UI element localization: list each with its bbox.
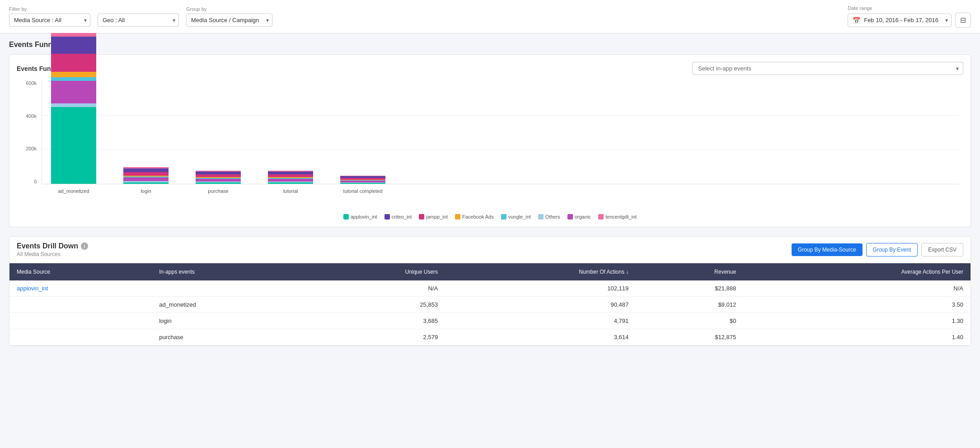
- group-by-media-button[interactable]: Group By Media-Source: [792, 243, 863, 256]
- x-label-purchase: purchase: [196, 188, 241, 194]
- cell-event-ad-monetized: ad_monetized: [152, 297, 305, 313]
- y-axis: 600k 400k 200k 0: [17, 80, 39, 184]
- segment-facebook: [51, 72, 96, 77]
- group-by-event-button[interactable]: Group By Event: [866, 243, 918, 257]
- media-source-link-applovin[interactable]: applovin_int: [17, 285, 48, 292]
- table-row: ad_monetized 25,853 90,487 $9,012 3.50: [9, 297, 971, 313]
- geo-wrapper: Geo : All: [98, 14, 179, 27]
- legend-dot-facebook: [455, 214, 460, 219]
- cell-actions-login: 4,791: [445, 313, 636, 329]
- legend-label-facebook: Facebook Ads: [462, 214, 494, 219]
- drill-down-title-text: Events Drill Down: [17, 242, 78, 250]
- bar-group-tutorial-completed: [340, 176, 385, 184]
- date-range-label: Date range: [848, 5, 971, 11]
- table-body: applovin_int N/A 102,119 $21,888 N/A ad_…: [9, 280, 971, 345]
- cell-actions-applovin: 102,119: [445, 280, 636, 297]
- event-select[interactable]: Select in-app events: [692, 62, 963, 75]
- date-range-button[interactable]: 📅 Feb 10, 2016 - Feb 17, 2016: [848, 14, 952, 27]
- seg2-applovin: [123, 182, 169, 184]
- drill-title-area: Events Drill Down i All Media Sources: [17, 242, 88, 257]
- events-funnel-chart-container: Events Funnel Select in-app events 600k …: [9, 54, 971, 227]
- drill-title-row: Events Drill Down i: [17, 242, 88, 250]
- sort-arrow: ↓: [626, 269, 628, 275]
- segment-others: [51, 103, 96, 107]
- x-label-tutorial-completed: tutorial completed: [340, 188, 385, 194]
- seg5-applovin: [340, 183, 385, 184]
- legend-dot-applovin: [343, 214, 349, 219]
- table-row: applovin_int N/A 102,119 $21,888 N/A: [9, 280, 971, 297]
- legend-label-organic: organic: [575, 214, 591, 219]
- cell-unique-login: 3,685: [305, 313, 445, 329]
- segment-organic: [51, 81, 96, 103]
- cell-avg-login: 1.30: [743, 313, 971, 329]
- group-by-label: Group by: [186, 6, 272, 12]
- event-select-wrapper: Select in-app events: [692, 62, 963, 75]
- y-label-0: 0: [34, 179, 37, 184]
- seg2-organic: [123, 177, 169, 181]
- bar-group-tutorial: [268, 171, 313, 184]
- bar-group-login: [123, 167, 169, 184]
- events-funnel-section-title: Events Funnel i: [9, 41, 971, 49]
- legend-dot-vungle: [501, 214, 506, 219]
- legend-dot-jampp: [419, 214, 424, 219]
- seg4-applovin: [268, 182, 313, 184]
- cell-revenue-applovin: $21,888: [636, 280, 743, 297]
- legend-dot-others: [538, 214, 544, 219]
- chart-header: Events Funnel Select in-app events: [17, 62, 963, 75]
- segment-vungle: [51, 77, 96, 81]
- legend-organic: organic: [567, 214, 591, 219]
- bar-group-ad-monetized: [51, 33, 96, 184]
- drill-buttons: Group By Media-Source Group By Event Exp…: [792, 243, 963, 257]
- cell-event-purchase: purchase: [152, 329, 305, 345]
- media-source-wrapper: Media Source : All: [9, 14, 90, 27]
- legend-label-tencent: tencentgdt_int: [605, 214, 637, 219]
- col-media-source: Media Source: [9, 263, 152, 280]
- table-row: purchase 2,579 3,614 $12,875 1.40: [9, 329, 971, 345]
- segment-criteo: [51, 37, 96, 54]
- stacked-bar-ad-monetized: [51, 33, 96, 184]
- export-csv-button[interactable]: Export CSV: [921, 243, 963, 257]
- cell-actions-ad-monetized: 90,487: [445, 297, 636, 313]
- col-revenue: Revenue: [636, 263, 743, 280]
- stacked-bar-tutorial-completed: [340, 176, 385, 184]
- group-by-select[interactable]: Media Source / Campaign: [186, 14, 272, 27]
- legend-applovin: applovin_int: [343, 214, 377, 219]
- cell-actions-purchase: 3,614: [445, 329, 636, 345]
- col-avg-actions: Average Actions Per User: [743, 263, 971, 280]
- col-number-of-actions: Number Of Actions ↓: [445, 263, 636, 280]
- seg2-criteo: [123, 168, 169, 172]
- seg2-jampp: [123, 172, 169, 176]
- cell-unique-purchase: 2,579: [305, 329, 445, 345]
- y-label-600k: 600k: [26, 80, 37, 86]
- stacked-bar-purchase: [196, 171, 241, 184]
- cell-events-applovin: [152, 280, 305, 297]
- legend-jampp: jampp_int: [419, 214, 448, 219]
- geo-select[interactable]: Geo : All: [98, 14, 179, 27]
- geo-filter-group: Geo : All: [98, 6, 179, 27]
- drill-header: Events Drill Down i All Media Sources Gr…: [9, 237, 971, 263]
- legend-label-vungle: vungle_int: [508, 214, 531, 219]
- chart-legend: applovin_int criteo_int jampp_int Facebo…: [17, 214, 963, 219]
- settings-icon: ⊟: [960, 16, 966, 24]
- legend-vungle: vungle_int: [501, 214, 531, 219]
- main-content: Events Funnel i Events Funnel Select in-…: [0, 33, 980, 353]
- cell-event-login: login: [152, 313, 305, 329]
- legend-label-jampp: jampp_int: [426, 214, 448, 219]
- media-source-select[interactable]: Media Source : All: [9, 14, 90, 27]
- cell-media-source-empty-3: [9, 329, 152, 345]
- legend-dot-tencent: [598, 214, 604, 219]
- drill-subtitle: All Media Sources: [17, 251, 88, 257]
- cell-unique-ad-monetized: 25,853: [305, 297, 445, 313]
- top-bar: Filter by Media Source : All Geo : All G…: [0, 0, 980, 33]
- table-header: Media Source In-apps events Unique Users…: [9, 263, 971, 280]
- cell-revenue-ad-monetized: $9,012: [636, 297, 743, 313]
- drill-down-table: Media Source In-apps events Unique Users…: [9, 263, 971, 345]
- bar-group-purchase: [196, 171, 241, 184]
- segment-jampp: [51, 54, 96, 72]
- drill-down-info-icon[interactable]: i: [81, 243, 88, 250]
- cell-avg-applovin: N/A: [743, 280, 971, 297]
- filter-settings-button[interactable]: ⊟: [955, 13, 971, 28]
- cell-revenue-login: $0: [636, 313, 743, 329]
- group-by-group: Group by Media Source / Campaign: [186, 6, 272, 27]
- calendar-icon: 📅: [853, 17, 860, 24]
